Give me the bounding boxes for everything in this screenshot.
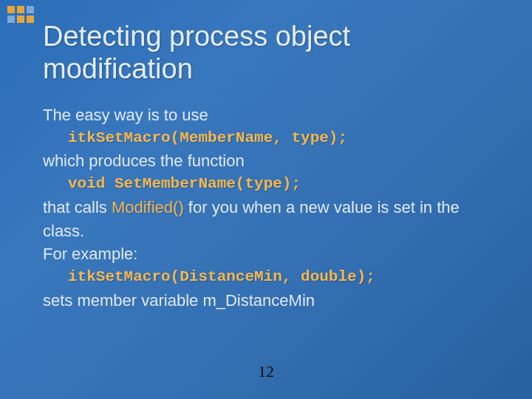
- text-fragment: that calls: [43, 198, 112, 216]
- deco-square: [27, 16, 34, 23]
- body-line: sets member variable m_DistanceMin: [43, 289, 495, 313]
- code-line: itkSetMacro(MemberName, type);: [43, 127, 495, 149]
- code-line: itkSetMacro(DistanceMin, double);: [43, 266, 495, 288]
- corner-decoration: [7, 6, 34, 23]
- deco-square: [17, 6, 24, 13]
- deco-square: [7, 6, 15, 13]
- body-line: that calls Modified() for you when a new…: [43, 196, 495, 243]
- slide: Detecting process object modification Th…: [0, 0, 532, 399]
- code-line: void SetMemberName(type);: [43, 173, 495, 195]
- deco-square: [27, 6, 34, 13]
- page-number: 12: [0, 362, 532, 381]
- deco-square: [17, 16, 24, 23]
- deco-square: [7, 16, 15, 23]
- body-line: which produces the function: [43, 149, 495, 173]
- highlight-modified: Modified(): [112, 198, 184, 216]
- body-line: The easy way is to use: [43, 103, 495, 127]
- body-line: For example:: [43, 242, 495, 266]
- slide-body: The easy way is to use itkSetMacro(Membe…: [43, 103, 495, 313]
- slide-title: Detecting process object modification: [43, 21, 502, 85]
